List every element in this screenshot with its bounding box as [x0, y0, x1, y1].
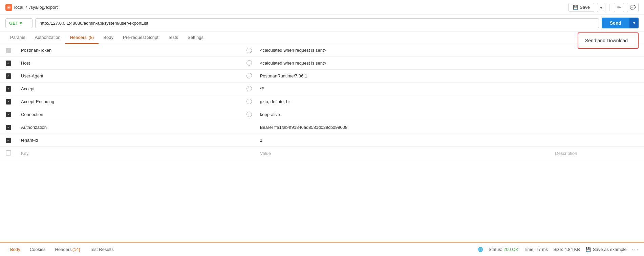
header-checkbox[interactable] — [6, 73, 11, 79]
bottom-tab-cookies[interactable]: Cookies — [25, 242, 50, 251]
empty-checkbox[interactable] — [6, 150, 11, 156]
url-bar: GET ▾ Send ▾ Send and Download — [0, 15, 644, 31]
info-icon[interactable]: i — [246, 112, 252, 117]
info-icon[interactable]: i — [246, 60, 252, 66]
tab-params[interactable]: Params — [5, 31, 30, 44]
header-description — [551, 108, 644, 121]
table-row: tenant-id1 — [0, 134, 644, 146]
bottom-tab-headers[interactable]: Headers (14) — [50, 242, 85, 251]
header-description — [551, 121, 644, 134]
edit-button[interactable]: ✏ — [614, 3, 624, 12]
size-value: 4.84 KB — [564, 247, 580, 252]
status-value: 200 OK — [503, 247, 518, 252]
header-value: PostmanRuntime/7.36.1 — [256, 69, 551, 82]
save-disk-icon: 💾 — [585, 247, 591, 252]
save-disk-icon: 💾 — [573, 5, 578, 10]
pencil-icon: ✏ — [617, 5, 621, 10]
header-checkbox[interactable] — [6, 112, 11, 117]
header-key: tenant-id — [17, 134, 242, 146]
header-description — [551, 82, 644, 95]
header-key: Host — [17, 56, 242, 69]
info-icon[interactable]: i — [246, 73, 252, 78]
send-dropdown-button[interactable]: ▾ — [629, 18, 639, 28]
header-description — [551, 69, 644, 82]
header-value: keep-alive — [256, 108, 551, 121]
header-key: Authorization — [17, 121, 242, 134]
header-value: Bearer ffa1fab4f91846ad8581d039cb099008 — [256, 121, 551, 134]
top-bar-left: local / /sys/log/export — [5, 4, 58, 11]
top-bar: local / /sys/log/export 💾 Save ▾ ✏ 💬 — [0, 0, 644, 15]
table-row: Connectionikeep-alive — [0, 108, 644, 121]
tab-authorization[interactable]: Authorization — [30, 31, 65, 44]
time-value: 77 ms — [536, 247, 548, 252]
top-bar-right: 💾 Save ▾ ✏ 💬 — [568, 3, 639, 12]
table-row: Hosti<calculated when request is sent> — [0, 56, 644, 69]
header-checkbox[interactable] — [6, 125, 11, 130]
time-info: Time: 77 ms — [524, 247, 548, 252]
size-info: Size: 4.84 KB — [553, 247, 580, 252]
globe-icon: 🌐 — [478, 247, 483, 252]
header-description — [551, 134, 644, 146]
header-checkbox[interactable] — [6, 86, 11, 92]
info-icon[interactable]: i — [246, 99, 252, 104]
header-key: Postman-Token — [17, 44, 242, 56]
send-button[interactable]: Send — [602, 18, 629, 28]
tab-body[interactable]: Body — [99, 31, 118, 44]
header-value: */* — [256, 82, 551, 95]
header-value: gzip, deflate, br — [256, 95, 551, 108]
send-button-group: Send ▾ — [602, 18, 639, 28]
url-input[interactable] — [35, 18, 599, 28]
header-key: Accept — [17, 82, 242, 95]
info-icon[interactable]: i — [246, 48, 252, 53]
header-description — [551, 95, 644, 108]
method-select[interactable]: GET ▾ — [5, 18, 33, 28]
method-dropdown-arrow: ▾ — [20, 21, 22, 26]
bottom-tabs: Body Cookies Headers (14) Test Results — [5, 242, 119, 251]
save-example-button[interactable]: 💾 Save as example — [585, 247, 627, 252]
send-dropdown-arrow: ▾ — [633, 21, 635, 25]
header-value: <calculated when request is sent> — [256, 56, 551, 69]
header-checkbox[interactable] — [6, 99, 11, 104]
empty-key[interactable]: Key — [17, 146, 242, 160]
table-row: User-AgentiPostmanRuntime/7.36.1 — [0, 69, 644, 82]
header-value: 1 — [256, 134, 551, 146]
header-checkbox[interactable] — [6, 61, 11, 66]
send-and-download-item[interactable]: Send and Download — [578, 33, 638, 48]
table-row: Postman-Tokeni<calculated when request i… — [0, 44, 644, 56]
status-info: Status: 200 OK — [489, 247, 518, 252]
comment-icon: 💬 — [630, 5, 636, 10]
table-row: Accept-Encodingigzip, deflate, br — [0, 95, 644, 108]
headers-table: Postman-Tokeni<calculated when request i… — [0, 44, 644, 160]
save-dropdown-button[interactable]: ▾ — [597, 3, 605, 12]
info-icon[interactable]: i — [246, 86, 252, 91]
send-dropdown-menu: Send and Download — [578, 32, 639, 49]
bottom-tab-test-results[interactable]: Test Results — [85, 242, 119, 251]
header-key: Connection — [17, 108, 242, 121]
table-row: Key Value Description — [0, 146, 644, 160]
header-key: Accept-Encoding — [17, 95, 242, 108]
tab-headers[interactable]: Headers (8) — [65, 31, 99, 44]
empty-description[interactable]: Description — [551, 146, 644, 160]
header-value: <calculated when request is sent> — [256, 44, 551, 56]
table-row: Accepti*/* — [0, 82, 644, 95]
save-button[interactable]: 💾 Save — [568, 3, 594, 12]
headers-content: Postman-Tokeni<calculated when request i… — [0, 44, 644, 251]
header-description — [551, 56, 644, 69]
table-row: AuthorizationBearer ffa1fab4f91846ad8581… — [0, 121, 644, 134]
postman-logo — [5, 4, 12, 11]
header-checkbox[interactable] — [6, 138, 11, 143]
empty-value[interactable]: Value — [256, 146, 551, 160]
more-options-button[interactable]: ··· — [632, 246, 639, 251]
bottom-bar: Body Cookies Headers (14) Test Results 🌐… — [0, 242, 644, 251]
tab-prerequest-script[interactable]: Pre-request Script — [118, 31, 163, 44]
header-key: User-Agent — [17, 69, 242, 82]
tab-tests[interactable]: Tests — [163, 31, 183, 44]
header-checkbox[interactable] — [6, 48, 11, 53]
method-label: GET — [9, 21, 18, 26]
comment-button[interactable]: 💬 — [627, 3, 639, 12]
bottom-tab-body[interactable]: Body — [5, 242, 25, 251]
breadcrumb: local / /sys/log/export — [14, 5, 58, 10]
bottom-right-info: 🌐 Status: 200 OK Time: 77 ms Size: 4.84 … — [478, 246, 639, 251]
tab-settings[interactable]: Settings — [183, 31, 208, 44]
request-tabs: Params Authorization Headers (8) Body Pr… — [0, 31, 644, 44]
